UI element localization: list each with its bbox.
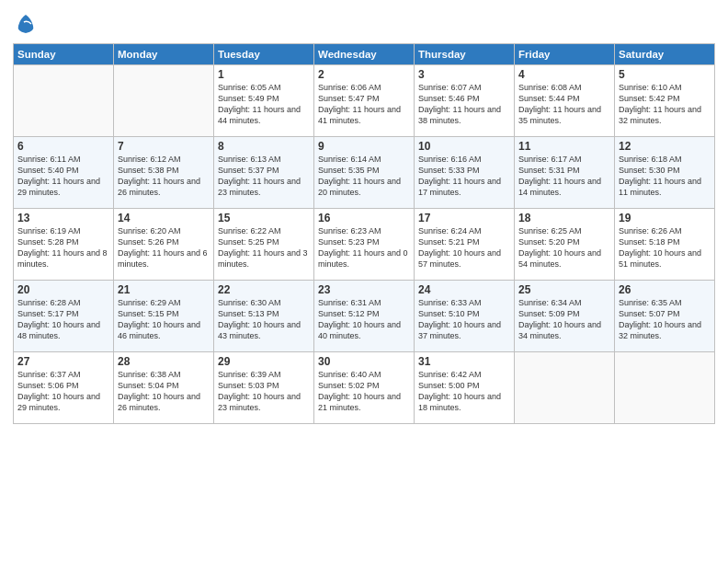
logo-icon	[15, 13, 37, 35]
calendar-cell: 10Sunrise: 6:16 AM Sunset: 5:33 PM Dayli…	[415, 136, 515, 208]
day-number: 10	[418, 140, 510, 153]
day-info: Sunrise: 6:39 AM Sunset: 5:03 PM Dayligh…	[218, 369, 310, 414]
day-info: Sunrise: 6:17 AM Sunset: 5:31 PM Dayligh…	[518, 154, 610, 199]
day-info: Sunrise: 6:24 AM Sunset: 5:21 PM Dayligh…	[418, 225, 510, 270]
day-number: 22	[218, 283, 310, 296]
calendar-week-1: 1Sunrise: 6:05 AM Sunset: 5:49 PM Daylig…	[14, 64, 715, 136]
calendar-cell: 15Sunrise: 6:22 AM Sunset: 5:25 PM Dayli…	[214, 208, 314, 280]
day-number: 13	[17, 212, 109, 224]
day-info: Sunrise: 6:30 AM Sunset: 5:13 PM Dayligh…	[218, 297, 310, 342]
calendar-cell: 7Sunrise: 6:12 AM Sunset: 5:38 PM Daylig…	[114, 136, 214, 208]
day-info: Sunrise: 6:12 AM Sunset: 5:38 PM Dayligh…	[118, 154, 210, 199]
day-info: Sunrise: 6:20 AM Sunset: 5:26 PM Dayligh…	[118, 225, 210, 270]
day-info: Sunrise: 6:34 AM Sunset: 5:09 PM Dayligh…	[518, 297, 610, 342]
day-number: 28	[118, 355, 210, 368]
day-number: 3	[418, 68, 510, 81]
calendar-cell: 20Sunrise: 6:28 AM Sunset: 5:17 PM Dayli…	[14, 280, 114, 351]
weekday-header-saturday: Saturday	[615, 43, 715, 64]
day-info: Sunrise: 6:19 AM Sunset: 5:28 PM Dayligh…	[17, 225, 109, 270]
weekday-header-wednesday: Wednesday	[314, 43, 415, 64]
calendar-body: 1Sunrise: 6:05 AM Sunset: 5:49 PM Daylig…	[14, 64, 715, 423]
calendar-cell: 19Sunrise: 6:26 AM Sunset: 5:18 PM Dayli…	[615, 208, 715, 280]
calendar-cell: 17Sunrise: 6:24 AM Sunset: 5:21 PM Dayli…	[415, 208, 515, 280]
calendar-cell: 22Sunrise: 6:30 AM Sunset: 5:13 PM Dayli…	[214, 280, 314, 351]
day-number: 20	[17, 283, 109, 296]
day-info: Sunrise: 6:16 AM Sunset: 5:33 PM Dayligh…	[418, 154, 510, 199]
calendar-cell: 29Sunrise: 6:39 AM Sunset: 5:03 PM Dayli…	[214, 351, 314, 423]
day-number: 8	[218, 140, 310, 153]
day-number: 6	[17, 140, 109, 153]
day-number: 11	[518, 140, 610, 153]
logo	[13, 13, 37, 40]
day-number: 18	[518, 212, 610, 224]
day-number: 30	[318, 355, 410, 368]
day-info: Sunrise: 6:25 AM Sunset: 5:20 PM Dayligh…	[518, 225, 610, 270]
day-info: Sunrise: 6:26 AM Sunset: 5:18 PM Dayligh…	[619, 225, 711, 270]
calendar-cell: 24Sunrise: 6:33 AM Sunset: 5:10 PM Dayli…	[415, 280, 515, 351]
day-number: 29	[218, 355, 310, 368]
day-info: Sunrise: 6:42 AM Sunset: 5:00 PM Dayligh…	[418, 369, 510, 414]
calendar-container: SundayMondayTuesdayWednesdayThursdayFrid…	[0, 0, 728, 431]
day-number: 26	[619, 283, 711, 296]
day-info: Sunrise: 6:29 AM Sunset: 5:15 PM Dayligh…	[118, 297, 210, 342]
calendar-cell	[615, 351, 715, 423]
calendar-week-5: 27Sunrise: 6:37 AM Sunset: 5:06 PM Dayli…	[14, 351, 715, 423]
calendar-week-2: 6Sunrise: 6:11 AM Sunset: 5:40 PM Daylig…	[14, 136, 715, 208]
day-info: Sunrise: 6:35 AM Sunset: 5:07 PM Dayligh…	[619, 297, 711, 342]
calendar-cell: 12Sunrise: 6:18 AM Sunset: 5:30 PM Dayli…	[615, 136, 715, 208]
day-number: 19	[619, 212, 711, 224]
calendar-cell	[114, 64, 214, 136]
calendar-cell: 4Sunrise: 6:08 AM Sunset: 5:44 PM Daylig…	[515, 64, 615, 136]
day-info: Sunrise: 6:18 AM Sunset: 5:30 PM Dayligh…	[619, 154, 711, 199]
calendar-cell: 9Sunrise: 6:14 AM Sunset: 5:35 PM Daylig…	[314, 136, 415, 208]
day-number: 24	[418, 283, 510, 296]
day-number: 14	[118, 212, 210, 224]
day-number: 27	[17, 355, 109, 368]
day-info: Sunrise: 6:13 AM Sunset: 5:37 PM Dayligh…	[218, 154, 310, 199]
calendar-cell	[14, 64, 114, 136]
day-number: 7	[118, 140, 210, 153]
day-number: 9	[318, 140, 410, 153]
day-number: 31	[418, 355, 510, 368]
weekday-header-monday: Monday	[114, 43, 214, 64]
calendar-cell: 13Sunrise: 6:19 AM Sunset: 5:28 PM Dayli…	[14, 208, 114, 280]
calendar-cell: 26Sunrise: 6:35 AM Sunset: 5:07 PM Dayli…	[615, 280, 715, 351]
day-info: Sunrise: 6:08 AM Sunset: 5:44 PM Dayligh…	[518, 82, 610, 127]
day-info: Sunrise: 6:28 AM Sunset: 5:17 PM Dayligh…	[17, 297, 109, 342]
calendar-cell: 11Sunrise: 6:17 AM Sunset: 5:31 PM Dayli…	[515, 136, 615, 208]
calendar-cell	[515, 351, 615, 423]
calendar-cell: 27Sunrise: 6:37 AM Sunset: 5:06 PM Dayli…	[14, 351, 114, 423]
day-info: Sunrise: 6:22 AM Sunset: 5:25 PM Dayligh…	[218, 225, 310, 270]
weekday-header-sunday: Sunday	[14, 43, 114, 64]
day-number: 12	[619, 140, 711, 153]
weekday-header-tuesday: Tuesday	[214, 43, 314, 64]
calendar-cell: 14Sunrise: 6:20 AM Sunset: 5:26 PM Dayli…	[114, 208, 214, 280]
calendar-week-3: 13Sunrise: 6:19 AM Sunset: 5:28 PM Dayli…	[14, 208, 715, 280]
calendar-cell: 31Sunrise: 6:42 AM Sunset: 5:00 PM Dayli…	[415, 351, 515, 423]
calendar-cell: 18Sunrise: 6:25 AM Sunset: 5:20 PM Dayli…	[515, 208, 615, 280]
day-info: Sunrise: 6:37 AM Sunset: 5:06 PM Dayligh…	[17, 369, 109, 414]
calendar-cell: 25Sunrise: 6:34 AM Sunset: 5:09 PM Dayli…	[515, 280, 615, 351]
day-info: Sunrise: 6:38 AM Sunset: 5:04 PM Dayligh…	[118, 369, 210, 414]
day-number: 17	[418, 212, 510, 224]
calendar-cell: 1Sunrise: 6:05 AM Sunset: 5:49 PM Daylig…	[214, 64, 314, 136]
calendar-cell: 5Sunrise: 6:10 AM Sunset: 5:42 PM Daylig…	[615, 64, 715, 136]
day-number: 1	[218, 68, 310, 81]
weekday-header-thursday: Thursday	[415, 43, 515, 64]
day-number: 25	[518, 283, 610, 296]
day-number: 23	[318, 283, 410, 296]
day-info: Sunrise: 6:05 AM Sunset: 5:49 PM Dayligh…	[218, 82, 310, 127]
calendar-cell: 28Sunrise: 6:38 AM Sunset: 5:04 PM Dayli…	[114, 351, 214, 423]
header-row	[13, 9, 715, 40]
weekday-header-friday: Friday	[515, 43, 615, 64]
day-info: Sunrise: 6:07 AM Sunset: 5:46 PM Dayligh…	[418, 82, 510, 127]
calendar-week-4: 20Sunrise: 6:28 AM Sunset: 5:17 PM Dayli…	[14, 280, 715, 351]
calendar-table: SundayMondayTuesdayWednesdayThursdayFrid…	[13, 43, 715, 424]
calendar-cell: 3Sunrise: 6:07 AM Sunset: 5:46 PM Daylig…	[415, 64, 515, 136]
day-info: Sunrise: 6:11 AM Sunset: 5:40 PM Dayligh…	[17, 154, 109, 199]
day-number: 15	[218, 212, 310, 224]
day-info: Sunrise: 6:33 AM Sunset: 5:10 PM Dayligh…	[418, 297, 510, 342]
calendar-cell: 2Sunrise: 6:06 AM Sunset: 5:47 PM Daylig…	[314, 64, 415, 136]
day-info: Sunrise: 6:14 AM Sunset: 5:35 PM Dayligh…	[318, 154, 410, 199]
day-number: 5	[619, 68, 711, 81]
